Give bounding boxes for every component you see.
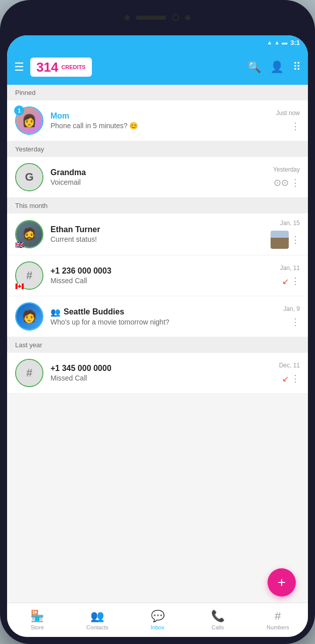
nav-item-inbox[interactable]: 💬 Inbox (127, 603, 187, 637)
contact-time: Jan, 15 (280, 220, 300, 227)
contact-meta-mom: Just now ⋮ (276, 110, 300, 132)
hamburger-icon[interactable]: ☰ (14, 61, 24, 74)
list-item[interactable]: 🧔 🇬🇧 Ethan Turner Current status! Jan, 1… (7, 213, 308, 255)
inbox-label: Inbox (151, 624, 165, 630)
phone-notch (0, 0, 315, 35)
wifi-icon: ▲ (267, 39, 272, 45)
notch-dot-left (125, 15, 130, 20)
section-pinned: Pinned (7, 85, 308, 100)
phone-frame: ▲ ▲ ▬ 3:1 ☰ 314 CREDITS 🔍 👤 ⠿ Pin (0, 0, 315, 644)
avatar-container-grandma: G (15, 163, 43, 191)
contact-info-ethan: Ethan Turner Current status! (50, 225, 267, 243)
flag-badge: 🇬🇧 (15, 241, 25, 248)
contact-time: Just now (276, 110, 300, 117)
contact-info-grandma: Grandma Voicemail (50, 168, 269, 186)
contact-name: Ethan Turner (50, 225, 267, 234)
store-icon: 🏪 (30, 610, 44, 623)
more-options-icon[interactable]: ⋮ (291, 316, 300, 328)
contact-info-mom: Mom Phone call in 5 minutes? 😊 (50, 112, 272, 130)
unread-badge: 1 (14, 105, 24, 116)
contact-name: 👥 Seattle Buddies (50, 307, 279, 317)
more-options-icon[interactable]: ⋮ (291, 234, 300, 245)
numbers-icon: # (275, 610, 281, 623)
contact-meta-grandma: Yesterday ⊙⊙ ⋮ (273, 166, 300, 188)
list-item[interactable]: # +1 345 000 0000 Missed Call Dec, 11 ↙ … (7, 353, 308, 394)
signal-icon: ▲ (274, 39, 280, 45)
nav-item-contacts[interactable]: 👥 Contacts (67, 603, 127, 637)
search-icon[interactable]: 🔍 (247, 61, 261, 74)
contacts-icon[interactable]: 👤 (270, 61, 284, 74)
status-bar: ▲ ▲ ▬ 3:1 (7, 35, 308, 49)
contact-info-phone2: +1 345 000 0000 Missed Call (50, 364, 275, 382)
list-item[interactable]: G Grandma Voicemail Yesterday ⊙⊙ ⋮ (7, 157, 308, 198)
notch-camera (172, 14, 179, 21)
meta-icons: ↙ ⋮ (282, 373, 300, 384)
list-item[interactable]: 👩 1 Mom Phone call in 5 minutes? 😊 Just … (7, 100, 308, 141)
section-this-month: This month (7, 198, 308, 213)
calls-label: Calls (212, 624, 224, 630)
meta-icons: ⋮ (271, 231, 300, 249)
list-item[interactable]: # 🇨🇦 +1 236 000 0003 Missed Call Jan, 11… (7, 255, 308, 296)
avatar: # (16, 360, 42, 386)
bottom-navigation: 🏪 Store 👥 Contacts 💬 Inbox 📞 Calls # Num… (7, 603, 308, 637)
store-label: Store (30, 624, 43, 630)
avatar-container-phone1: # 🇨🇦 (15, 261, 43, 290)
avatar-container-seattle: 🧑 (15, 302, 43, 331)
contact-message: Missed Call (50, 374, 275, 382)
header-icons: 🔍 👤 ⠿ (247, 61, 301, 74)
contact-name: Mom (50, 112, 272, 121)
credits-label: CREDITS (61, 64, 85, 70)
more-options-icon[interactable]: ⋮ (291, 276, 300, 287)
notch-dot-right (185, 15, 190, 20)
contact-message: Phone call in 5 minutes? 😊 (50, 122, 272, 130)
contact-message: Who's up for a movie tomorrow night? (50, 318, 279, 326)
contact-time: Jan, 11 (280, 264, 300, 272)
avatar: 🧑 (16, 303, 42, 330)
avatar-container-phone2: # (15, 359, 43, 387)
contact-name: Grandma (50, 168, 269, 177)
contact-meta-phone1: Jan, 11 ↙ ⋮ (280, 264, 300, 287)
avatar: G (16, 164, 42, 190)
contact-meta-phone2: Dec, 11 ↙ ⋮ (279, 362, 300, 384)
more-options-icon[interactable]: ⋮ (291, 121, 300, 132)
notch-speaker (136, 16, 166, 20)
status-time: 3:1 (290, 39, 300, 46)
contact-meta-ethan: Jan, 15 ⋮ (271, 220, 300, 249)
meta-icons: ⋮ (291, 121, 300, 132)
contact-meta-seattle: Jan, 9 ⋮ (283, 305, 300, 328)
status-icons: ▲ ▲ ▬ (267, 39, 287, 45)
missed-call-icon: ↙ (282, 374, 289, 384)
contacts-nav-icon: 👥 (90, 610, 104, 623)
app-header: ☰ 314 CREDITS 🔍 👤 ⠿ (7, 49, 308, 85)
contact-message: Voicemail (50, 178, 269, 186)
more-options-icon[interactable]: ⋮ (291, 177, 300, 188)
fab-new-conversation[interactable]: + (268, 568, 296, 597)
numbers-label: Numbers (267, 624, 289, 630)
contact-name: +1 236 000 0003 (50, 266, 276, 276)
inbox-icon: 💬 (151, 610, 165, 623)
nav-item-calls[interactable]: 📞 Calls (188, 603, 248, 637)
avatar-container-ethan: 🧔 🇬🇧 (15, 220, 43, 248)
nav-item-numbers[interactable]: # Numbers (248, 603, 308, 637)
flag-badge-canada: 🇨🇦 (15, 283, 25, 290)
image-thumbnail (271, 231, 289, 249)
meta-icons: ⊙⊙ ⋮ (274, 177, 300, 188)
section-yesterday: Yesterday (7, 141, 308, 157)
content-area: Pinned 👩 1 Mom Phone call in 5 minutes? … (7, 85, 308, 603)
battery-icon: ▬ (282, 39, 287, 45)
contact-info-phone1: +1 236 000 0003 Missed Call (50, 266, 276, 285)
contact-time: Jan, 9 (283, 305, 300, 312)
section-last-year: Last year (7, 337, 308, 353)
list-item[interactable]: 🧑 👥 Seattle Buddies Who's up for a movie… (7, 296, 308, 337)
calls-icon: 📞 (211, 610, 225, 623)
credits-badge[interactable]: 314 CREDITS (30, 58, 92, 77)
more-options-icon[interactable]: ⋮ (291, 373, 300, 384)
dialpad-icon[interactable]: ⠿ (293, 61, 301, 74)
contact-name: +1 345 000 0000 (50, 364, 275, 373)
voicemail-icon: ⊙⊙ (274, 177, 289, 188)
contact-time: Yesterday (273, 166, 300, 173)
nav-item-store[interactable]: 🏪 Store (7, 603, 67, 637)
contact-time: Dec, 11 (279, 362, 300, 369)
contacts-label: Contacts (86, 624, 108, 630)
contact-message: Missed Call (50, 277, 276, 285)
